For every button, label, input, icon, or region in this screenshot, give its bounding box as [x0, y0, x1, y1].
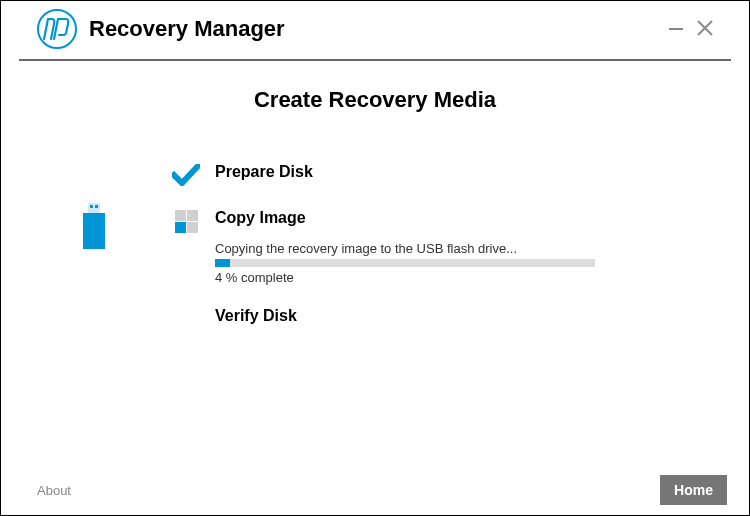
step-label: Prepare Disk: [215, 163, 689, 181]
svg-rect-5: [95, 205, 98, 208]
pending-icon: [171, 307, 201, 331]
checkmark-icon: [171, 163, 201, 187]
progress-fill: [215, 259, 230, 267]
minimize-button[interactable]: [669, 28, 683, 30]
close-button[interactable]: [697, 19, 713, 39]
header: Recovery Manager: [19, 1, 731, 61]
step-verify-disk: Verify Disk: [171, 307, 689, 331]
step-prepare-disk: Prepare Disk: [171, 163, 689, 187]
footer: About Home: [1, 465, 749, 515]
content: Prepare Disk Copy Image Copying the reco…: [1, 113, 749, 331]
in-progress-icon: [171, 209, 201, 233]
copy-status-text: Copying the recovery image to the USB fl…: [215, 241, 689, 256]
step-copy-image: Copy Image Copying the recovery image to…: [171, 209, 689, 285]
home-button[interactable]: Home: [660, 475, 727, 505]
close-icon: [697, 20, 713, 36]
page-title: Create Recovery Media: [1, 87, 749, 113]
svg-rect-6: [83, 213, 105, 249]
about-link[interactable]: About: [37, 483, 71, 498]
svg-rect-4: [90, 205, 93, 208]
step-label: Verify Disk: [215, 307, 689, 325]
progress-text: 4 % complete: [215, 270, 689, 285]
step-label: Copy Image: [215, 209, 689, 227]
usb-drive-icon: [81, 203, 107, 255]
progress-bar: [215, 259, 595, 267]
minimize-icon: [669, 28, 683, 30]
hp-logo-icon: [37, 9, 77, 49]
steps-list: Prepare Disk Copy Image Copying the reco…: [171, 163, 689, 331]
window-controls: [669, 19, 713, 39]
app-title: Recovery Manager: [89, 16, 669, 42]
svg-rect-3: [88, 203, 100, 213]
